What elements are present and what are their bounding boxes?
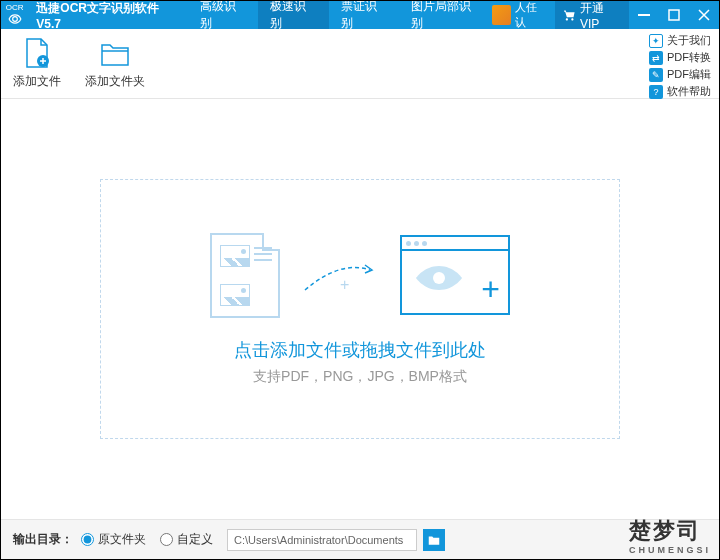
dropzone-illustration: + + (210, 233, 510, 318)
dropzone-title: 点击添加文件或拖拽文件到此处 (234, 338, 486, 362)
main-tabs: 高级识别 极速识别 票证识别 图片局部识别 (188, 1, 492, 29)
document-icon (210, 233, 280, 318)
radio-original[interactable]: 原文件夹 (81, 531, 146, 548)
footer-bar: 输出目录： 原文件夹 自定义 楚梦司 CHUMENGSI (1, 519, 719, 559)
app-logo: OCR (1, 1, 28, 29)
output-path-input[interactable] (227, 529, 417, 551)
app-title: 迅捷OCR文字识别软件V5.7 (28, 0, 188, 31)
pdf-convert-link[interactable]: ⇄PDF转换 (649, 50, 711, 65)
help-link[interactable]: ?软件帮助 (649, 84, 711, 99)
user-name[interactable]: 人任认 (515, 0, 546, 30)
edit-icon: ✎ (649, 68, 663, 82)
svg-rect-1 (638, 14, 650, 16)
svg-rect-2 (669, 10, 679, 20)
main-area: + + 点击添加文件或拖拽文件到此处 支持PDF，PNG，JPG，BMP格式 (1, 99, 719, 519)
svg-point-5 (433, 272, 445, 284)
browse-folder-button[interactable] (423, 529, 445, 551)
pdf-edit-link[interactable]: ✎PDF编辑 (649, 67, 711, 82)
titlebar: OCR 迅捷OCR文字识别软件V5.7 高级识别 极速识别 票证识别 图片局部识… (1, 1, 719, 29)
minimize-button[interactable] (629, 1, 659, 29)
file-add-icon (21, 37, 53, 69)
dropzone-subtitle: 支持PDF，PNG，JPG，BMP格式 (253, 368, 467, 386)
eye-icon (414, 263, 464, 293)
preview-window-icon: + (400, 235, 510, 315)
folder-icon (427, 533, 441, 547)
close-button[interactable] (689, 1, 719, 29)
help-icon: ? (649, 85, 663, 99)
svg-point-0 (12, 17, 17, 22)
convert-icon: ⇄ (649, 51, 663, 65)
file-dropzone[interactable]: + + 点击添加文件或拖拽文件到此处 支持PDF，PNG，JPG，BMP格式 (100, 179, 620, 439)
about-link[interactable]: ✦关于我们 (649, 33, 711, 48)
user-avatar[interactable] (492, 5, 511, 25)
tab-ticket[interactable]: 票证识别 (329, 1, 399, 29)
add-folder-button[interactable]: 添加文件夹 (85, 37, 145, 90)
add-file-button[interactable]: 添加文件 (13, 37, 61, 90)
watermark: 楚梦司 CHUMENGSI (629, 516, 711, 555)
toolbar: 添加文件 添加文件夹 ✦关于我们 ⇄PDF转换 ✎PDF编辑 ?软件帮助 (1, 29, 719, 99)
cart-icon (563, 8, 576, 22)
tab-fast[interactable]: 极速识别 (258, 1, 328, 29)
arrow-icon: + (300, 255, 380, 295)
output-label: 输出目录： (13, 531, 73, 548)
maximize-button[interactable] (659, 1, 689, 29)
folder-add-icon (99, 37, 131, 69)
tab-advanced[interactable]: 高级识别 (188, 1, 258, 29)
svg-text:+: + (340, 276, 349, 293)
radio-custom[interactable]: 自定义 (160, 531, 213, 548)
person-icon: ✦ (649, 34, 663, 48)
tab-partial[interactable]: 图片局部识别 (399, 1, 492, 29)
vip-button[interactable]: 开通VIP (555, 1, 629, 29)
